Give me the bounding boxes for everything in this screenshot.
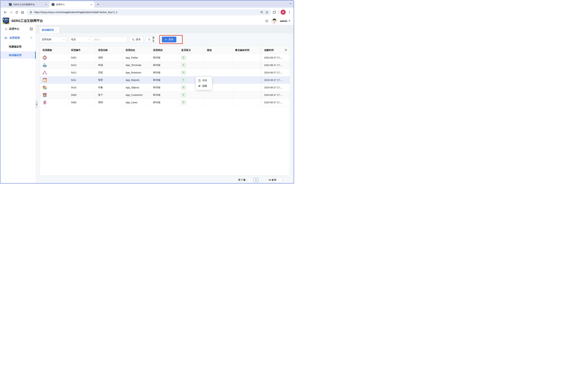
chevron-up-icon bbox=[30, 37, 32, 39]
table-row[interactable]: 5410 对象 App_Objects 移动端 是 2024-08-27 17:… bbox=[40, 84, 290, 91]
status-badge: 是 bbox=[181, 78, 186, 82]
next-page-button[interactable] bbox=[259, 178, 264, 182]
sidebar-collapse-handle[interactable] bbox=[35, 100, 38, 108]
report-grid-icon bbox=[42, 78, 47, 82]
zoom-out-icon[interactable] bbox=[260, 11, 264, 14]
url-text[interactable]: https://serg.mixyun.com/mixapplication/#… bbox=[34, 11, 258, 14]
serg-logo: ERG Sample bbox=[3, 18, 9, 24]
chevron-left-icon bbox=[249, 179, 251, 181]
devices-icon bbox=[42, 93, 47, 97]
sidebar-item-mobile-apps[interactable]: 移动端应用 bbox=[0, 51, 36, 59]
puzzle-pieces-icon bbox=[42, 85, 47, 90]
add-button[interactable]: 添加 bbox=[162, 37, 176, 42]
username-menu[interactable]: admin bbox=[280, 19, 290, 22]
sidebar-item-pc-apps[interactable]: 电脑端应用 bbox=[0, 43, 36, 50]
page-title: SERG工业互联网平台 bbox=[11, 19, 43, 23]
app-header: ERG Sample SERG工业互联网平台 admin bbox=[0, 17, 294, 25]
milestone-icon bbox=[42, 70, 47, 75]
reload-icon[interactable] bbox=[14, 9, 20, 15]
browser-profile-avatar[interactable]: G bbox=[281, 10, 286, 15]
tab-list-chevron-icon[interactable] bbox=[290, 3, 292, 4]
erg-favicon: ERG bbox=[9, 3, 12, 6]
table-row[interactable]: 5452 巡检 App_Pather 移动端 是 2024-08-27 17:.… bbox=[40, 54, 290, 61]
chevron-down-icon bbox=[278, 179, 280, 181]
table-row[interactable]: 5409 客户 App_Customers 移动端 是 2024-08-27 1… bbox=[40, 91, 290, 99]
browser-toolbar: https://serg.mixyun.com/mixapplication/#… bbox=[0, 8, 294, 17]
page-size-select[interactable]: 20 条/页 bbox=[266, 178, 282, 182]
operator-select[interactable]: 包含 bbox=[69, 37, 92, 42]
keyword-input-wrap bbox=[92, 37, 127, 42]
status-badge: 是 bbox=[181, 56, 186, 59]
url-bar[interactable]: https://serg.mixyun.com/mixapplication/#… bbox=[27, 9, 271, 15]
col-app-id: 应用编号 bbox=[68, 46, 95, 54]
prev-page-button[interactable] bbox=[248, 178, 252, 182]
robot-icon bbox=[42, 63, 47, 67]
pagination: 共 7 条 1 20 条/页 bbox=[36, 178, 282, 182]
context-menu-hide[interactable]: 隐藏 bbox=[196, 83, 212, 89]
annotation-highlight-box: 添加 bbox=[159, 35, 182, 44]
col-created: 创建时间 bbox=[261, 46, 290, 54]
extensions-puzzle-icon[interactable] bbox=[273, 11, 276, 14]
gear-sync-icon bbox=[42, 100, 47, 105]
checkbox-v-icon[interactable] bbox=[30, 27, 33, 30]
chevron-right-icon bbox=[261, 179, 263, 181]
tab-close-icon[interactable]: × bbox=[55, 29, 57, 31]
field-select[interactable]: 应用名称 bbox=[40, 37, 66, 42]
status-badge: 是 bbox=[181, 86, 186, 89]
reset-button[interactable]: 重置 bbox=[146, 37, 158, 42]
context-menu-detail[interactable]: 详情 bbox=[196, 78, 212, 83]
site-settings-icon[interactable] bbox=[30, 11, 32, 14]
table-row-highlighted[interactable]: 5411 报表 App_Reports 移动端 是 2024-08-27 17:… bbox=[40, 76, 290, 84]
document-icon bbox=[198, 79, 201, 82]
status-badge: 是 bbox=[181, 71, 186, 75]
browser-tab-active[interactable]: ERG 应用中心 × bbox=[49, 1, 94, 8]
col-visible: 是否显示 bbox=[179, 46, 204, 54]
browser-window: ERG SERG工业互联网平台 × ERG 应用中心 × + bbox=[0, 0, 294, 184]
caret-down-icon bbox=[289, 21, 290, 22]
status-badge: 是 bbox=[181, 100, 186, 104]
tab-close-icon[interactable]: × bbox=[90, 3, 93, 6]
forward-icon[interactable] bbox=[8, 9, 14, 15]
table-header-row: 应用图标 应用编号 应用名称 应用别名 应用类别 是否显示 描述 最后修改时间 … bbox=[40, 46, 290, 54]
status-badge: 是 bbox=[181, 93, 186, 97]
refresh-icon bbox=[148, 38, 150, 41]
back-icon[interactable] bbox=[2, 9, 8, 15]
table-row[interactable]: 5412 历程 App_Retainers 移动端 是 2024-08-27 1… bbox=[40, 69, 290, 76]
search-button[interactable]: 搜索 bbox=[129, 37, 143, 42]
table-row[interactable]: 5413 终端 App_Terminals 移动端 是 2024-08-27 1… bbox=[40, 61, 290, 69]
content-tab-bar: 移动端应用 × bbox=[36, 25, 294, 33]
tab-mobile-apps[interactable]: 移动端应用 × bbox=[40, 27, 59, 33]
browser-tab-inactive[interactable]: ERG SERG工业互联网平台 × bbox=[7, 1, 49, 8]
new-tab-button[interactable]: + bbox=[95, 2, 100, 7]
tab-title: SERG工业互联网平台 bbox=[13, 3, 43, 6]
row-context-menu: 详情 隐藏 bbox=[196, 77, 212, 90]
table-row[interactable]: 5408 维保 App_Cares 移动端 是 2024-08-27 17:..… bbox=[40, 99, 290, 106]
browser-menu-kebab-icon[interactable] bbox=[288, 11, 291, 14]
pushpin-icon[interactable] bbox=[284, 49, 287, 51]
sidebar: 应用中心 应用管理 电脑端应用 移动端应用 bbox=[0, 25, 36, 183]
col-app-category: 应用类别 bbox=[150, 46, 179, 54]
keyword-input[interactable] bbox=[94, 38, 125, 41]
col-app-alias: 应用别名 bbox=[123, 46, 150, 54]
erg-favicon: ERG bbox=[51, 3, 54, 6]
tab-close-icon[interactable]: × bbox=[45, 3, 48, 6]
col-description: 描述 bbox=[204, 46, 232, 54]
search-icon bbox=[132, 38, 135, 41]
page-number-current[interactable]: 1 bbox=[254, 178, 258, 182]
sidebar-group-app-management[interactable]: 应用管理 bbox=[0, 34, 36, 42]
workflow-icon bbox=[42, 55, 47, 60]
app-blocks-icon bbox=[5, 36, 8, 39]
eye-off-icon bbox=[198, 85, 201, 87]
user-avatar[interactable] bbox=[271, 18, 277, 24]
bookmark-star-icon[interactable] bbox=[265, 11, 269, 14]
status-badge: 是 bbox=[181, 63, 186, 67]
triangle-left-icon bbox=[35, 103, 37, 105]
sidebar-section-app-center[interactable]: 应用中心 bbox=[0, 25, 36, 33]
home-icon[interactable] bbox=[20, 9, 25, 15]
grid-dots-icon bbox=[5, 28, 7, 30]
main-area: 应用中心 应用管理 电脑端应用 移动端应用 bbox=[0, 25, 294, 183]
col-app-icon: 应用图标 bbox=[40, 46, 68, 54]
plus-icon bbox=[165, 39, 167, 41]
apps-table: 应用图标 应用编号 应用名称 应用别名 应用类别 是否显示 描述 最后修改时间 … bbox=[40, 46, 290, 175]
fullscreen-icon[interactable] bbox=[265, 19, 268, 23]
